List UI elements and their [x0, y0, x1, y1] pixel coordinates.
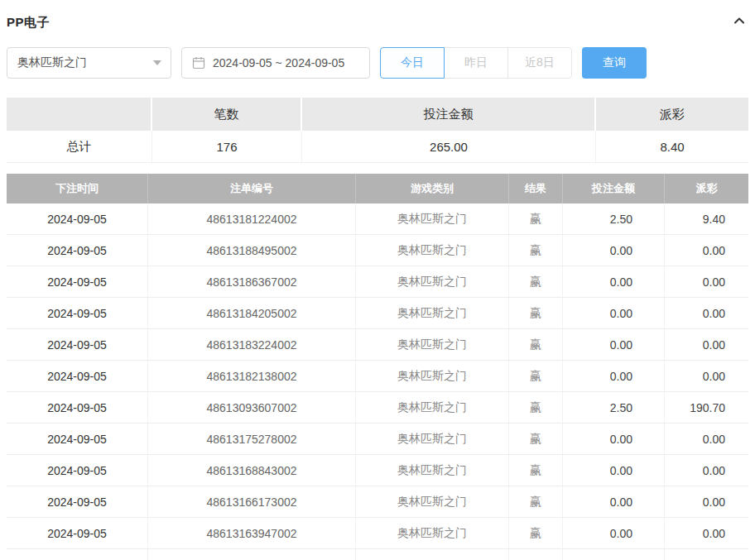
- header-payout: 派彩: [665, 174, 748, 203]
- table-row: 2024-09-05 48613188495002 奥林匹斯之门 赢 0.00 …: [7, 235, 748, 266]
- table-row: 2024-09-05 48613184205002 奥林匹斯之门 赢 0.00 …: [7, 298, 748, 329]
- bet-table-body: 2024-09-05 48613181224002 奥林匹斯之门 赢 2.50 …: [7, 203, 748, 560]
- cell-payout: 190.70: [665, 392, 748, 423]
- header-result: 结果: [509, 174, 563, 203]
- cell-result: 赢: [509, 392, 563, 423]
- cell-game-type: 奥林匹斯之门: [356, 298, 509, 328]
- cell-game-type: 奥林匹斯之门: [356, 329, 509, 360]
- cell-bet-time: 2024-09-05: [7, 424, 148, 454]
- cell-result: 赢: [509, 424, 563, 454]
- cell-bet-amount: 2.50: [563, 203, 665, 234]
- calendar-icon: [192, 56, 205, 69]
- cell-bet-amount: 0.00: [563, 235, 665, 266]
- cell-game-type: 奥林匹斯之门: [356, 235, 509, 266]
- game-select-value: 奥林匹斯之门: [17, 55, 87, 70]
- cell-bet-id: 48613186367002: [148, 266, 356, 297]
- cell-result: 赢: [509, 266, 563, 297]
- cell-game-type: 奥林匹斯之门: [356, 266, 509, 297]
- cell-bet-id: 48613188495002: [148, 235, 356, 266]
- cell-result: 赢: [509, 203, 563, 234]
- cell-game-type: 奥林匹斯之门: [356, 203, 509, 234]
- cell-payout: 0.00: [665, 266, 748, 297]
- cell-result: [509, 549, 563, 560]
- page-title: PP电子: [7, 15, 50, 31]
- cell-bet-time: 2024-09-05: [7, 266, 148, 297]
- cell-game-type: 奥林匹斯之门: [356, 392, 509, 423]
- cell-bet-id: [148, 549, 356, 560]
- header-bet-id: 注单编号: [148, 174, 356, 203]
- summary-total-payout: 8.40: [596, 131, 748, 162]
- cell-game-type: 奥林匹斯之门: [356, 518, 509, 548]
- cell-game-type: 奥林匹斯之门: [356, 455, 509, 486]
- table-row: 2024-09-05 48613093607002 奥林匹斯之门 赢 2.50 …: [7, 392, 748, 424]
- cell-game-type: 奥林匹斯之门: [356, 424, 509, 454]
- cell-bet-time: [7, 549, 148, 560]
- cell-bet-amount: [563, 549, 665, 560]
- cell-payout: 0.00: [665, 329, 748, 360]
- table-row: 2024-09-05 48613181224002 奥林匹斯之门 赢 2.50 …: [7, 203, 748, 235]
- cell-game-type: [356, 549, 509, 560]
- cell-game-type: 奥林匹斯之门: [356, 486, 509, 517]
- table-row: 2024-09-05 48613183224002 奥林匹斯之门 赢 0.00 …: [7, 329, 748, 361]
- cell-bet-amount: 0.00: [563, 361, 665, 391]
- cell-result: 赢: [509, 329, 563, 360]
- yesterday-button[interactable]: 昨日: [444, 47, 508, 79]
- summary-header: 笔数 投注金额 派彩: [7, 98, 748, 131]
- summary-table: 笔数 投注金额 派彩 总计 176 265.00 8.40: [7, 98, 748, 163]
- date-range-value: 2024-09-05 ~ 2024-09-05: [213, 56, 344, 69]
- table-row: 2024-09-05 48613168843002 奥林匹斯之门 赢 0.00 …: [7, 455, 748, 486]
- cell-payout: 0.00: [665, 235, 748, 266]
- cell-bet-time: 2024-09-05: [7, 361, 148, 391]
- cell-bet-time: 2024-09-05: [7, 329, 148, 360]
- cell-payout: 0.00: [665, 361, 748, 391]
- table-row: [7, 549, 748, 560]
- filter-bar: 奥林匹斯之门 2024-09-05 ~ 2024-09-05 今日 昨日 近8日…: [7, 47, 748, 79]
- header-game-type: 游戏类别: [356, 174, 509, 203]
- header-bet-amount: 投注金额: [563, 174, 665, 203]
- query-button[interactable]: 查询: [582, 47, 647, 79]
- cell-bet-amount: 0.00: [563, 298, 665, 328]
- panel-header: PP电子: [7, 12, 748, 33]
- date-range-input[interactable]: 2024-09-05 ~ 2024-09-05: [181, 47, 370, 79]
- collapse-button[interactable]: [730, 12, 748, 33]
- last-8-days-button[interactable]: 近8日: [507, 47, 572, 79]
- today-button[interactable]: 今日: [380, 47, 445, 79]
- cell-bet-time: 2024-09-05: [7, 235, 148, 266]
- bet-table-header: 下注时间 注单编号 游戏类别 结果 投注金额 派彩: [7, 174, 748, 203]
- summary-header-payout: 派彩: [596, 98, 748, 131]
- cell-bet-time: 2024-09-05: [7, 455, 148, 486]
- cell-payout: 0.00: [665, 298, 748, 328]
- bet-records-table: 下注时间 注单编号 游戏类别 结果 投注金额 派彩 2024-09-05 486…: [7, 174, 748, 560]
- cell-result: 赢: [509, 518, 563, 548]
- cell-bet-id: 48613166173002: [148, 486, 356, 517]
- cell-bet-id: 48613182138002: [148, 361, 356, 391]
- table-row: 2024-09-05 48613163947002 奥林匹斯之门 赢 0.00 …: [7, 518, 748, 549]
- game-select[interactable]: 奥林匹斯之门: [7, 47, 171, 79]
- header-bet-time: 下注时间: [7, 174, 148, 203]
- cell-bet-id: 48613093607002: [148, 392, 356, 423]
- cell-bet-id: 48613183224002: [148, 329, 356, 360]
- cell-payout: 0.00: [665, 486, 748, 517]
- table-row: 2024-09-05 48613175278002 奥林匹斯之门 赢 0.00 …: [7, 424, 748, 455]
- cell-bet-amount: 0.00: [563, 455, 665, 486]
- table-row: 2024-09-05 48613182138002 奥林匹斯之门 赢 0.00 …: [7, 361, 748, 392]
- pp-games-panel: PP电子 奥林匹斯之门 2024-09-05 ~ 2: [0, 12, 755, 560]
- cell-result: 赢: [509, 455, 563, 486]
- cell-bet-id: 48613163947002: [148, 518, 356, 548]
- cell-bet-time: 2024-09-05: [7, 392, 148, 423]
- cell-bet-time: 2024-09-05: [7, 298, 148, 328]
- cell-bet-amount: 0.00: [563, 486, 665, 517]
- quick-date-buttons: 今日 昨日 近8日: [380, 47, 572, 79]
- summary-header-count: 笔数: [152, 98, 302, 131]
- summary-total-count: 176: [152, 131, 302, 162]
- cell-payout: 9.40: [665, 203, 748, 234]
- summary-header-blank: [7, 98, 152, 131]
- cell-game-type: 奥林匹斯之门: [356, 361, 509, 391]
- table-row: 2024-09-05 48613166173002 奥林匹斯之门 赢 0.00 …: [7, 486, 748, 518]
- chevron-down-icon: [153, 60, 161, 65]
- cell-payout: 0.00: [665, 518, 748, 548]
- cell-bet-amount: 0.00: [563, 329, 665, 360]
- cell-payout: 0.00: [665, 424, 748, 454]
- cell-payout: [665, 549, 748, 560]
- summary-total-row: 总计 176 265.00 8.40: [7, 131, 748, 163]
